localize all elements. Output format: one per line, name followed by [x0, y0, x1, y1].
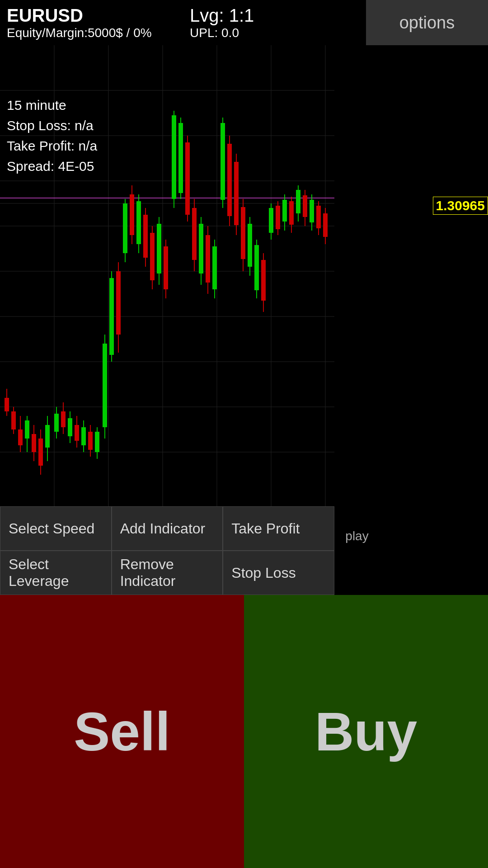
svg-rect-34 [61, 411, 66, 427]
svg-rect-44 [95, 432, 99, 452]
svg-rect-102 [296, 190, 300, 213]
svg-rect-110 [323, 213, 328, 237]
svg-rect-56 [136, 201, 141, 244]
svg-rect-70 [185, 142, 190, 215]
take-profit-button[interactable]: Take Profit [223, 506, 334, 551]
current-price-label: 1.30965 [433, 197, 488, 215]
svg-rect-80 [221, 123, 225, 200]
svg-rect-46 [103, 344, 107, 427]
svg-rect-40 [81, 427, 86, 445]
sell-button[interactable]: Sell [0, 595, 244, 868]
svg-rect-28 [38, 439, 43, 466]
remove-indicator-label: Remove Indicator [120, 556, 215, 590]
svg-rect-24 [25, 420, 29, 439]
stop-loss-button[interactable]: Stop Loss [223, 551, 334, 595]
svg-rect-90 [254, 245, 259, 290]
svg-rect-108 [316, 206, 321, 228]
symbol-label: EURUSD [7, 5, 176, 26]
svg-rect-22 [18, 429, 23, 445]
svg-rect-32 [54, 414, 59, 432]
svg-rect-86 [241, 207, 245, 259]
svg-rect-18 [5, 398, 9, 411]
svg-rect-74 [199, 224, 203, 274]
svg-rect-68 [178, 123, 183, 193]
svg-rect-82 [227, 144, 232, 216]
add-indicator-button[interactable]: Add Indicator [112, 506, 223, 551]
equity-label: Equity/Margin:5000$ / 0% [7, 26, 176, 40]
buy-label: Buy [315, 700, 418, 763]
svg-rect-42 [88, 432, 93, 450]
svg-rect-88 [248, 224, 252, 267]
svg-rect-38 [75, 425, 79, 441]
svg-rect-76 [206, 235, 210, 283]
svg-rect-72 [192, 208, 197, 260]
remove-indicator-button[interactable]: Remove Indicator [112, 551, 223, 595]
upl-label: UPL: 0.0 [190, 26, 359, 40]
svg-rect-98 [282, 200, 287, 222]
svg-rect-26 [32, 434, 36, 452]
stop-loss-label: Stop Loss [231, 565, 296, 581]
options-label: options [399, 13, 455, 33]
svg-rect-50 [116, 271, 121, 335]
sell-label: Sell [74, 700, 170, 763]
add-indicator-label: Add Indicator [120, 520, 206, 537]
svg-rect-52 [123, 203, 127, 253]
select-leverage-button[interactable]: Select Leverage [0, 551, 112, 595]
buy-button[interactable]: Buy [244, 595, 488, 868]
svg-rect-92 [261, 260, 266, 301]
svg-rect-66 [172, 115, 176, 199]
svg-rect-58 [143, 215, 148, 258]
svg-rect-100 [289, 201, 294, 225]
svg-rect-96 [276, 206, 280, 229]
options-button[interactable]: options [366, 0, 488, 45]
svg-rect-104 [303, 195, 307, 217]
svg-rect-48 [109, 278, 114, 355]
svg-rect-94 [269, 208, 273, 233]
play-label: play [345, 529, 368, 543]
svg-rect-60 [150, 233, 155, 280]
svg-rect-54 [130, 194, 134, 235]
svg-rect-106 [310, 200, 314, 222]
take-profit-label: Take Profit [231, 520, 300, 537]
chart-area[interactable]: 15 minute Stop Loss: n/a Take Profit: n/… [0, 45, 488, 506]
svg-rect-20 [11, 411, 16, 429]
svg-rect-36 [68, 418, 72, 436]
leverage-label: Lvg: 1:1 [190, 5, 359, 26]
play-button[interactable]: play [334, 529, 380, 543]
svg-rect-78 [212, 246, 217, 289]
candlestick-chart [0, 45, 488, 506]
svg-rect-64 [164, 246, 168, 289]
select-speed-button[interactable]: Select Speed [0, 506, 112, 551]
svg-rect-84 [234, 162, 239, 225]
select-leverage-label: Select Leverage [9, 556, 103, 590]
svg-rect-30 [45, 425, 50, 448]
select-speed-label: Select Speed [9, 520, 94, 537]
svg-rect-62 [157, 224, 161, 274]
